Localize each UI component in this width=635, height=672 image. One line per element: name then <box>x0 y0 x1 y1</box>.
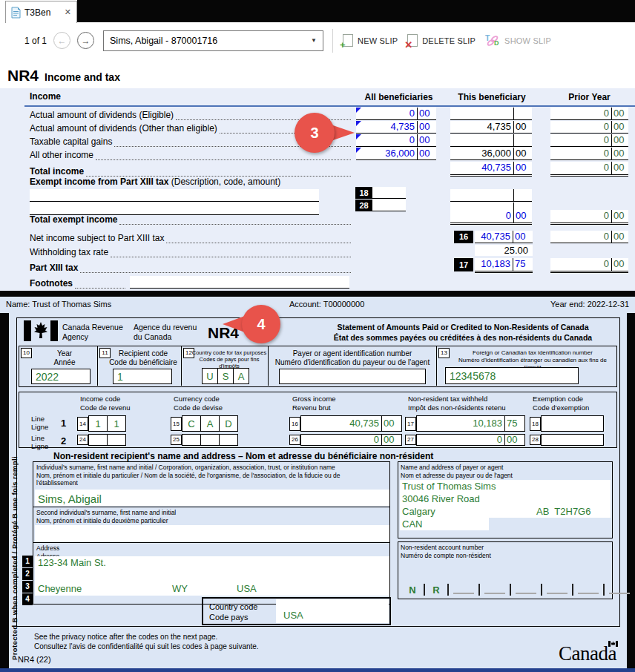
col-exemption-code-label: Exemption codeCode d'exemption <box>533 395 589 412</box>
all-beneficiaries-field[interactable]: 4,73500 <box>356 121 436 134</box>
cents: 00 <box>612 134 628 146</box>
all-beneficiaries-field[interactable]: 000 <box>356 134 436 147</box>
tab-t3ben[interactable]: T3Ben ✕ <box>5 1 77 23</box>
year-field[interactable]: 2022 <box>31 369 91 384</box>
account-number-cells[interactable]: N R <box>401 581 634 596</box>
dollars: 0 <box>356 108 418 119</box>
divider <box>33 542 389 543</box>
cra-name-fr: Agence du revenu du Canada <box>134 323 197 342</box>
gross-income-field-2[interactable]: 000 <box>300 434 402 446</box>
box-14-number: 14 <box>77 417 88 431</box>
recipient-name-value: Sims, Abigail <box>38 493 102 505</box>
cell-separator <box>603 584 605 596</box>
box-25-number: 25 <box>171 435 182 445</box>
footnotes-input[interactable] <box>130 276 349 289</box>
second-individual-field[interactable] <box>35 525 389 541</box>
cents: 00 <box>418 108 436 119</box>
cents: 00 <box>382 435 401 445</box>
total-this-beneficiary-field: 000 <box>450 210 532 225</box>
dollars: 40,735 <box>475 231 513 243</box>
page-title: NR4 Income and tax <box>0 58 635 88</box>
prior-year-field[interactable]: 000 <box>550 148 628 160</box>
address-line-3-field[interactable]: Cheyenne WY USA <box>35 582 389 596</box>
next-slip-button[interactable]: → <box>77 32 94 49</box>
cents: 00 <box>514 162 532 174</box>
label-line: Individual's surname, first name and ini… <box>36 464 386 472</box>
cents: 00 <box>612 231 628 243</box>
payer-labels: Name and address of payer or agent Nom e… <box>401 464 513 479</box>
dollars: 4,735 <box>450 121 514 133</box>
prior-year-field[interactable]: 000 <box>550 108 628 120</box>
heading-bold: Exempt income from Part XIII tax <box>30 177 168 187</box>
address-line-2-field[interactable] <box>35 569 389 582</box>
slip-selector-dropdown[interactable]: Sims, Abigail - 870001716 ▼ <box>103 30 323 51</box>
payer-line-4[interactable]: CAN <box>400 518 489 530</box>
dollars: 0 <box>550 148 612 159</box>
account-number-labels: Non-resident account number Numéro de co… <box>401 544 491 559</box>
cents: 00 <box>514 148 532 159</box>
this-beneficiary-field[interactable] <box>450 108 532 120</box>
income-code-cells-2[interactable] <box>88 434 125 446</box>
gross-income-field[interactable]: 40,73500 <box>300 415 402 432</box>
label-fr: Ligne <box>31 442 48 450</box>
dollars: 0 <box>450 210 514 223</box>
exempt-description-input-1[interactable] <box>30 189 319 202</box>
country-code-cells[interactable]: USA <box>202 368 249 384</box>
prior-year-field[interactable]: 000 <box>550 121 628 134</box>
withholding-rate-value[interactable]: 25.00 <box>475 245 533 256</box>
exemption-code-field[interactable] <box>541 415 604 432</box>
country-code-field[interactable]: USA <box>276 599 389 623</box>
tax-withheld-field[interactable]: 10,18375 <box>416 415 525 432</box>
tax-id-field[interactable]: 12345678 <box>445 367 579 384</box>
currency-code-cells-2[interactable] <box>182 434 237 446</box>
currency-code-cells[interactable]: CAD <box>182 415 237 432</box>
cra-line: Agency <box>62 332 123 342</box>
payer-line-3[interactable]: Calgary AB T2H7G6 <box>400 505 611 518</box>
address-line-1-field[interactable]: 123-34 Main St. <box>35 556 389 569</box>
dollars: 36,000 <box>356 148 418 159</box>
year-end: Year end: 2022-12-31 <box>550 300 629 309</box>
dotted-leader <box>111 248 351 257</box>
exempt-code-input-1[interactable] <box>372 187 406 199</box>
delete-slip-button[interactable]: ✕ DELETE SLIP <box>407 34 476 47</box>
this-beneficiary-field[interactable] <box>450 134 532 147</box>
recipient-name-field[interactable]: Sims, Abigail <box>35 490 389 506</box>
col-tax-withheld-label: Non-resident tax withheldImpôt des non-r… <box>408 395 506 412</box>
tab-close-icon[interactable]: ✕ <box>65 7 71 17</box>
previous-slip-button[interactable]: ← <box>53 32 70 49</box>
label-line: Nom, prénom et initiale du particulier /… <box>36 472 386 480</box>
dotted-leader <box>166 234 351 243</box>
privacy-fr: Consultez l'avis de confidentialité qui … <box>34 642 259 651</box>
code-cell <box>200 434 220 446</box>
all-beneficiaries-field[interactable]: 36,00000 <box>356 148 436 160</box>
code-cell: D <box>219 415 238 432</box>
country-value: USA <box>237 583 257 594</box>
row-label-group: All other income <box>30 150 353 160</box>
prior-year-field[interactable]: 000 <box>550 231 628 243</box>
exemption-code-field-2[interactable] <box>541 434 604 446</box>
label-fr: Ligne <box>31 423 48 431</box>
box-11-label: Recipient codeCode du bénéficiaire <box>107 349 180 367</box>
this-beneficiary-field[interactable]: 36,00000 <box>450 148 532 160</box>
exempt-amount-field-1[interactable] <box>450 189 532 202</box>
show-slip-button[interactable]: T D SHOW SLIP <box>485 35 551 47</box>
all-beneficiaries-field[interactable]: 000 <box>356 108 436 120</box>
payer-line-1[interactable]: Trust of Thomas Sims <box>400 480 611 493</box>
box-28-number: 28 <box>530 435 541 445</box>
box-16-number: 16 <box>289 417 300 431</box>
tax-withheld-field-2[interactable]: 000 <box>416 434 525 446</box>
prior-year-field[interactable]: 000 <box>550 134 628 147</box>
slip-selector-value: Sims, Abigail - 870001716 <box>110 36 217 46</box>
dollars: 0 <box>550 134 612 146</box>
this-beneficiary-field[interactable]: 4,73500 <box>450 121 532 134</box>
country-cell: S <box>217 368 234 384</box>
slip-id-boxes-row: 10 YearAnnée 2022 11 Recipient codeCode … <box>19 346 617 387</box>
payer-line-2[interactable]: 30046 River Road <box>400 493 611 505</box>
income-code-cells[interactable]: 11 <box>88 415 125 432</box>
new-slip-button[interactable]: + NEW SLIP <box>343 34 398 47</box>
payer-id-field[interactable] <box>279 369 426 384</box>
dollars: 0 <box>550 258 612 271</box>
account-cell-empty <box>516 593 536 594</box>
recipient-code-field[interactable]: 1 <box>113 369 172 384</box>
net-income-field[interactable]: 40,73500 <box>475 231 533 243</box>
